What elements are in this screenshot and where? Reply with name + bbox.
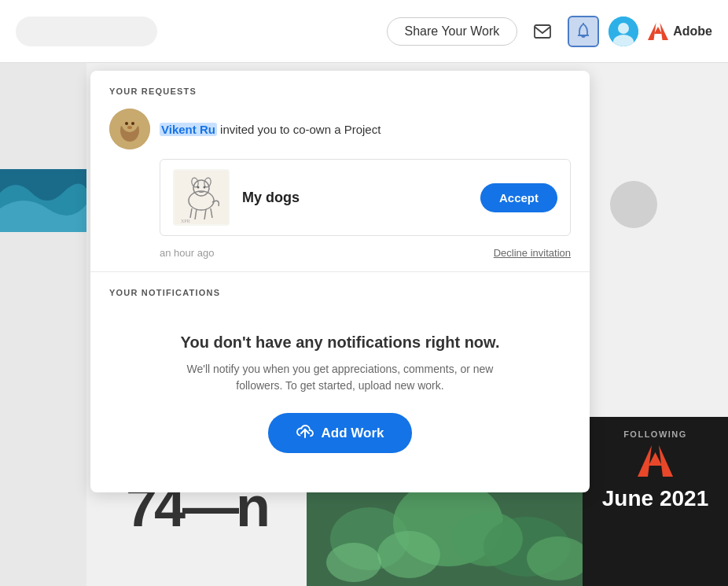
bg-right-circle: [610, 181, 657, 228]
svg-point-28: [125, 122, 128, 125]
notifications-section: YOUR NOTIFICATIONS You don't have any no…: [90, 272, 590, 492]
adobe-logo: Adobe: [648, 23, 712, 40]
following-label: FOLLOWING: [623, 429, 687, 439]
adobe-red-logo: [638, 445, 673, 477]
search-pill[interactable]: [16, 17, 157, 46]
requester-row: Vikent Ru invited you to co-own a Projec…: [109, 109, 571, 149]
svg-rect-31: [175, 171, 228, 224]
bg-left-panel: [0, 63, 86, 586]
project-thumbnail: XPR: [173, 169, 230, 226]
cloud-upload-svg: [296, 424, 314, 438]
requester-avatar: [109, 109, 150, 149]
svg-point-41: [204, 186, 206, 189]
messages-button[interactable]: [527, 16, 558, 47]
bell-icon: [575, 23, 591, 40]
requests-section: YOUR REQUESTS: [90, 71, 590, 271]
svg-point-30: [127, 126, 132, 129]
adobe-logo-white: [638, 445, 673, 483]
svg-point-29: [131, 122, 134, 125]
empty-notifications: You don't have any notifications right n…: [109, 310, 571, 477]
time-ago: an hour ago: [160, 247, 214, 259]
requester-avatar-image: [109, 109, 150, 149]
bg-water-art: [0, 169, 86, 232]
cloud-upload-icon: [296, 424, 314, 442]
decline-invitation-link[interactable]: Decline invitation: [494, 247, 571, 259]
accept-button[interactable]: Accept: [480, 183, 557, 212]
add-work-label: Add Work: [322, 426, 384, 441]
svg-point-21: [527, 536, 590, 580]
envelope-icon: [534, 24, 551, 39]
svg-point-19: [452, 511, 523, 566]
add-work-button[interactable]: Add Work: [268, 413, 413, 453]
notification-panel: YOUR REQUESTS: [90, 71, 590, 492]
requester-text: Vikent Ru invited you to co-own a Projec…: [160, 121, 381, 138]
requester-name[interactable]: Vikent Ru: [160, 123, 217, 136]
svg-point-3: [618, 23, 629, 34]
panel-arrow: [432, 71, 450, 72]
request-footer: an hour ago Decline invitation: [160, 247, 571, 259]
svg-rect-0: [535, 25, 550, 38]
empty-title: You don't have any notifications right n…: [125, 334, 555, 352]
project-card: XPR My dogs Accept: [160, 159, 571, 236]
svg-text:XPR: XPR: [181, 219, 190, 223]
month-year-text: June 2021: [602, 486, 708, 511]
invite-text: invited you to co-own a Project: [220, 123, 381, 136]
following-badge: FOLLOWING June 2021: [583, 417, 728, 586]
adobe-logo-icon: [648, 23, 668, 40]
requests-section-title: YOUR REQUESTS: [109, 87, 571, 96]
svg-point-18: [377, 531, 440, 578]
header-bar: Share Your Work Adobe: [0, 0, 728, 63]
project-name: My dogs: [242, 190, 300, 206]
svg-point-40: [197, 186, 200, 189]
project-card-left: XPR My dogs: [173, 169, 300, 226]
user-avatar[interactable]: [609, 17, 638, 46]
svg-point-20: [326, 543, 381, 582]
svg-marker-22: [432, 71, 450, 72]
notifications-button[interactable]: [568, 16, 599, 47]
request-item: Vikent Ru invited you to co-own a Projec…: [109, 109, 571, 259]
empty-desc: We'll notify you when you get appreciati…: [183, 361, 498, 394]
avatar-image: [609, 17, 638, 46]
share-work-button[interactable]: Share Your Work: [387, 17, 518, 46]
bg-image-blue: [0, 169, 86, 232]
project-thumbnail-image: XPR: [175, 171, 228, 224]
notifications-section-title: YOUR NOTIFICATIONS: [109, 288, 571, 297]
